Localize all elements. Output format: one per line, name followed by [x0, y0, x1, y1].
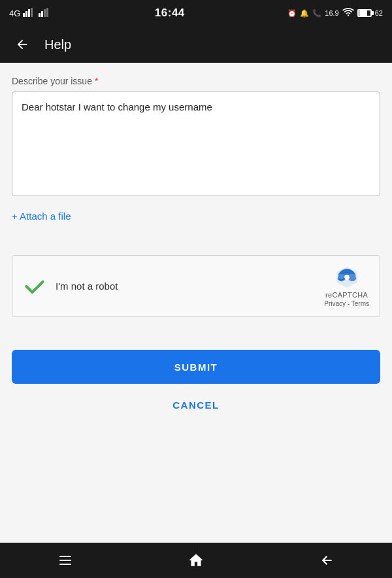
clock: 16:44	[155, 7, 185, 20]
status-right-icons: ⏰ 🔔 📞 16.9 62	[287, 8, 383, 18]
svg-rect-3	[31, 8, 33, 17]
required-indicator: *	[95, 76, 98, 86]
svg-rect-4	[39, 13, 41, 17]
battery-icon	[357, 9, 372, 17]
recaptcha-links: Privacy - Terms	[324, 300, 369, 307]
back-button[interactable]	[10, 33, 34, 56]
cancel-button[interactable]: CANCEL	[12, 394, 380, 416]
svg-rect-7	[46, 8, 48, 17]
svg-rect-11	[59, 564, 71, 565]
status-bar: 4G 16:44 ⏰ 🔔 📞 16.9	[0, 0, 392, 26]
wifi-icon	[342, 8, 354, 18]
second-signal	[39, 8, 52, 19]
svg-point-8	[344, 275, 350, 280]
svg-rect-0	[23, 13, 25, 17]
home-button[interactable]	[176, 547, 216, 573]
recaptcha-widget[interactable]: I'm not a robot reCAPTCHA Privacy - Term…	[12, 255, 380, 317]
attach-label: + Attach a file	[12, 211, 71, 222]
main-content: Describe your issue * + Attach a file I'…	[0, 63, 392, 543]
svg-rect-6	[44, 9, 46, 17]
field-label-text: Describe your issue	[12, 76, 92, 86]
svg-rect-10	[59, 560, 71, 561]
signal-bars	[23, 8, 36, 19]
network-indicator: 4G	[9, 8, 20, 18]
svg-rect-1	[25, 11, 27, 17]
back-nav-button[interactable]	[307, 547, 346, 573]
svg-rect-2	[28, 9, 30, 17]
field-label: Describe your issue *	[12, 76, 380, 86]
attach-file-link[interactable]: + Attach a file	[12, 211, 71, 222]
menu-button[interactable]	[46, 547, 85, 573]
svg-rect-5	[41, 11, 43, 17]
data-speed: 16.9	[325, 9, 338, 17]
page-title: Help	[44, 37, 71, 52]
recaptcha-logo-icon	[335, 265, 359, 290]
submit-button[interactable]: SUBMIT	[12, 350, 380, 384]
recaptcha-left: I'm not a robot	[23, 275, 118, 298]
status-left: 4G	[9, 8, 52, 19]
cancel-label: CANCEL	[172, 400, 220, 411]
battery-percent: 62	[375, 9, 383, 17]
submit-label: SUBMIT	[174, 362, 218, 373]
recaptcha-label: I'm not a robot	[56, 280, 118, 292]
bottom-nav-bar	[0, 543, 392, 578]
recaptcha-checkmark	[23, 275, 46, 298]
recaptcha-brand-section: reCAPTCHA Privacy - Terms	[324, 265, 369, 307]
notification-icon: 🔔	[300, 9, 309, 18]
svg-rect-9	[59, 556, 71, 557]
call-icon: 📞	[312, 9, 321, 18]
nav-bar: Help	[0, 26, 392, 63]
issue-textarea[interactable]	[12, 92, 380, 196]
alarm-icon: ⏰	[287, 9, 297, 18]
recaptcha-brand-text: reCAPTCHA	[325, 291, 368, 299]
